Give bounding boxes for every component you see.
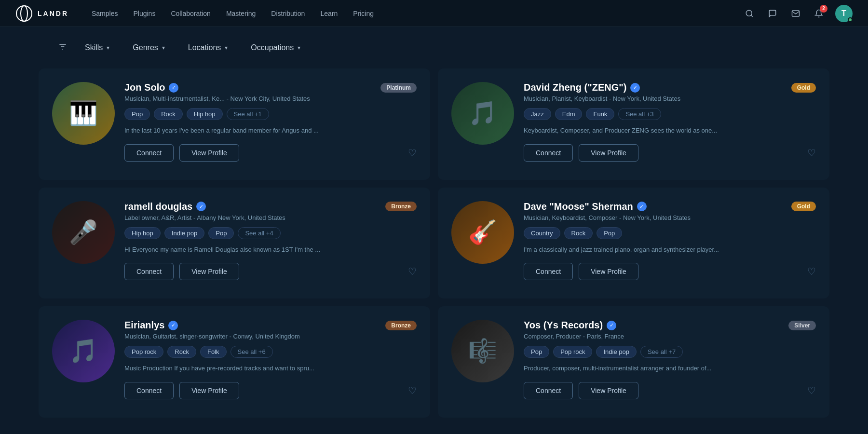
- view-profile-button[interactable]: View Profile: [579, 263, 638, 280]
- connect-button[interactable]: Connect: [124, 263, 174, 280]
- connect-button[interactable]: Connect: [524, 382, 573, 399]
- like-button[interactable]: ♡: [807, 385, 816, 396]
- card-header: 🎵 Eirianlys ✓ Bronze Musician, Guitarist…: [52, 320, 417, 399]
- card-info: Eirianlys ✓ Bronze Musician, Guitarist, …: [124, 320, 417, 399]
- card-name-group: Dave "Moose" Sherman ✓: [524, 201, 647, 212]
- occupations-filter[interactable]: Occupations ▾: [245, 41, 306, 55]
- user-avatar[interactable]: T: [835, 5, 853, 22]
- occupations-chevron-icon: ▾: [298, 44, 300, 51]
- card-actions: Connect View Profile ♡: [124, 263, 417, 280]
- card-tags: PopPop rockIndie popSee all +7: [524, 346, 816, 358]
- see-all-tags[interactable]: See all +1: [227, 108, 269, 120]
- card-jon-solo: 🎹 Jon Solo ✓ Platinum Musician, Multi-in…: [39, 68, 430, 180]
- connect-button[interactable]: Connect: [524, 263, 573, 280]
- card-name: Dave "Moose" Sherman: [524, 201, 633, 212]
- card-dave-moose-sherman: 🎸 Dave "Moose" Sherman ✓ Gold Musician, …: [438, 188, 829, 299]
- card-header: 🎸 Dave "Moose" Sherman ✓ Gold Musician, …: [451, 201, 816, 281]
- see-all-tags[interactable]: See all +3: [618, 108, 661, 120]
- logo-text: LANDR: [38, 10, 68, 17]
- genres-filter[interactable]: Genres ▾: [127, 41, 170, 55]
- locations-filter[interactable]: Locations ▾: [182, 41, 234, 55]
- nav-mastering[interactable]: Mastering: [226, 10, 256, 17]
- svg-point-0: [16, 6, 32, 21]
- card-header: 🎤 ramell douglas ✓ Bronze Label owner, A…: [52, 201, 417, 281]
- card-name-row: Yos (Ys Records) ✓ Silver: [524, 320, 816, 331]
- main-nav: LANDR Samples Plugins Collaboration Mast…: [0, 0, 868, 27]
- nav-links: Samples Plugins Collaboration Mastering …: [92, 10, 743, 17]
- nav-plugins[interactable]: Plugins: [133, 10, 155, 17]
- card-david-zheng: 🎵 David Zheng ("ZENG") ✓ Gold Musician, …: [438, 68, 829, 180]
- connect-button[interactable]: Connect: [124, 144, 174, 162]
- online-indicator: [848, 17, 853, 22]
- card-name-group: ramell douglas ✓: [124, 201, 206, 212]
- card-description: Music Production If you have pre-recorde…: [124, 364, 417, 373]
- tag: Pop: [124, 108, 150, 120]
- tag: Pop: [597, 227, 622, 239]
- chat-button[interactable]: [766, 7, 779, 20]
- mail-button[interactable]: [789, 7, 802, 20]
- card-tags: Pop rockRockFolkSee all +6: [124, 346, 417, 358]
- skills-filter[interactable]: Skills ▾: [79, 41, 115, 55]
- filter-bar: Skills ▾ Genres ▾ Locations ▾ Occupation…: [0, 27, 868, 68]
- like-button[interactable]: ♡: [408, 147, 417, 159]
- card-actions: Connect View Profile ♡: [524, 382, 816, 399]
- card-avatar: 🎤: [52, 201, 115, 264]
- nav-samples[interactable]: Samples: [92, 10, 118, 17]
- see-all-tags[interactable]: See all +4: [238, 227, 280, 239]
- card-info: David Zheng ("ZENG") ✓ Gold Musician, Pi…: [524, 82, 816, 162]
- tag: Funk: [586, 108, 614, 120]
- card-name: ramell douglas: [124, 201, 192, 212]
- card-tags: Hip hopIndie popPopSee all +4: [124, 227, 417, 239]
- nav-distribution[interactable]: Distribution: [271, 10, 305, 17]
- view-profile-button[interactable]: View Profile: [179, 382, 239, 399]
- card-subtitle: Musician, Multi-instrumentalist, Ke... -…: [124, 95, 417, 102]
- search-button[interactable]: [743, 7, 756, 20]
- verified-icon: ✓: [196, 202, 206, 211]
- card-avatar: 🎵: [52, 320, 115, 382]
- card-name-group: Jon Solo ✓: [124, 82, 178, 93]
- like-button[interactable]: ♡: [807, 266, 816, 277]
- nav-pricing[interactable]: Pricing: [353, 10, 374, 17]
- card-info: Dave "Moose" Sherman ✓ Gold Musician, Ke…: [524, 201, 816, 281]
- tag: Edm: [555, 108, 583, 120]
- tag: Indie pop: [596, 346, 637, 358]
- logo[interactable]: LANDR: [15, 5, 68, 22]
- like-button[interactable]: ♡: [408, 385, 417, 396]
- tag: Jazz: [524, 108, 551, 120]
- verified-icon: ✓: [630, 83, 640, 93]
- card-actions: Connect View Profile ♡: [124, 144, 417, 162]
- card-description: Keyboardist, Composer, and Producer ZENG…: [524, 126, 816, 136]
- nav-collaboration[interactable]: Collaboration: [171, 10, 211, 17]
- connect-button[interactable]: Connect: [524, 144, 573, 162]
- card-name: David Zheng ("ZENG"): [524, 82, 626, 93]
- tag: Pop: [208, 227, 234, 239]
- card-name-row: Eirianlys ✓ Bronze: [124, 320, 417, 331]
- filter-settings-icon[interactable]: [58, 42, 68, 54]
- tier-badge: Gold: [791, 83, 816, 93]
- card-name-group: Yos (Ys Records) ✓: [524, 320, 616, 331]
- genres-chevron-icon: ▾: [162, 44, 165, 51]
- notification-badge: 2: [820, 5, 827, 13]
- connect-button[interactable]: Connect: [124, 382, 174, 399]
- card-description: I'm a classically and jazz trained piano…: [524, 245, 816, 255]
- view-profile-button[interactable]: View Profile: [579, 144, 638, 162]
- nav-learn[interactable]: Learn: [320, 10, 338, 17]
- view-profile-button[interactable]: View Profile: [179, 144, 239, 162]
- notification-button[interactable]: 2: [812, 7, 826, 20]
- see-all-tags[interactable]: See all +7: [640, 346, 683, 358]
- tag: Pop rock: [124, 346, 163, 358]
- see-all-tags[interactable]: See all +6: [231, 346, 273, 358]
- tag: Rock: [167, 346, 196, 358]
- tag: Folk: [200, 346, 227, 358]
- view-profile-button[interactable]: View Profile: [179, 263, 239, 280]
- card-description: Hi Everyone my name is Ramell Douglas al…: [124, 245, 417, 255]
- tag: Hip hop: [187, 108, 223, 120]
- card-avatar: 🎵: [451, 82, 514, 145]
- skills-chevron-icon: ▾: [107, 44, 109, 51]
- like-button[interactable]: ♡: [807, 147, 816, 159]
- tag: Pop: [524, 346, 549, 358]
- card-avatar: 🎼: [451, 320, 514, 382]
- tag: Country: [524, 227, 560, 239]
- like-button[interactable]: ♡: [408, 266, 417, 277]
- view-profile-button[interactable]: View Profile: [579, 382, 638, 399]
